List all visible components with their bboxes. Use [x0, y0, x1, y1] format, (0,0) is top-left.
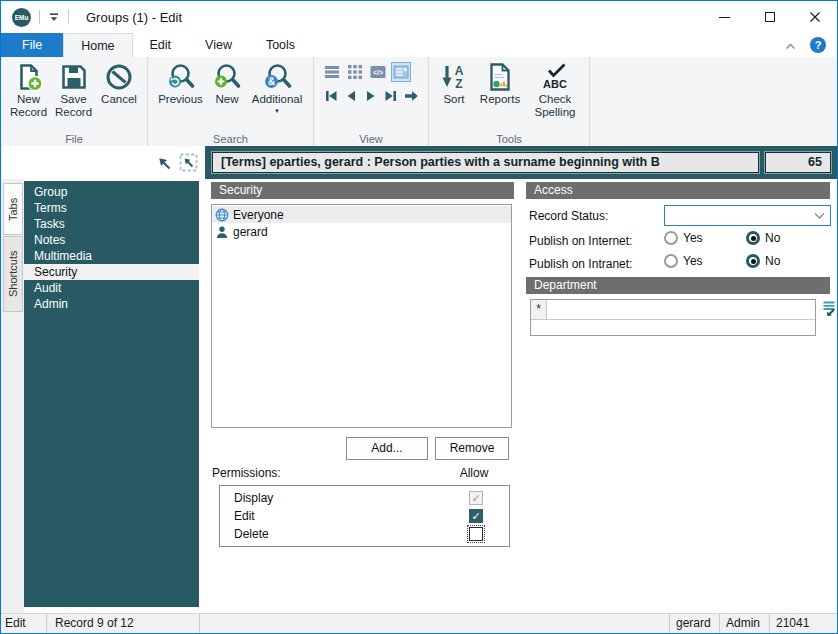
tab-edit[interactable]: Edit [133, 33, 189, 57]
security-user-list[interactable]: Everyone gerard [211, 204, 512, 428]
publish-internet-yes-radio[interactable]: Yes [664, 231, 703, 245]
record-status-dropdown[interactable] [664, 205, 831, 226]
permission-row-display: Display ✓ [220, 489, 509, 507]
department-grid[interactable]: * [530, 299, 816, 336]
svg-text:&: & [268, 76, 275, 87]
publish-intranet-label: Publish on Intranet: [529, 257, 632, 271]
user-name: gerard [233, 225, 268, 239]
security-tab-content: Security Everyone gerard [199, 179, 837, 613]
pointer-icon[interactable] [156, 155, 172, 171]
help-icon[interactable]: ? [810, 37, 826, 53]
svg-text:</>: </> [373, 69, 383, 76]
ribbon-group-label: View [314, 133, 428, 145]
status-record-position: Record 9 of 12 [47, 614, 200, 633]
sort-icon: A Z [439, 62, 469, 92]
person-icon [215, 225, 229, 239]
collapse-ribbon-icon[interactable] [785, 36, 796, 54]
previous-record-icon[interactable] [343, 88, 359, 104]
status-user: gerard [669, 614, 719, 633]
department-input-cell[interactable] [547, 300, 815, 319]
sidebar-item-terms[interactable]: Terms [24, 200, 199, 216]
cancel-button[interactable]: Cancel [96, 59, 142, 106]
side-tab-tabs[interactable]: Tabs [3, 183, 23, 235]
publish-intranet-yes-radio[interactable]: Yes [664, 254, 703, 268]
tab-tools[interactable]: Tools [249, 33, 312, 57]
check-spelling-icon: ABC [540, 62, 570, 92]
goto-record-icon[interactable] [403, 88, 419, 104]
save-record-button[interactable]: Save Record [51, 59, 96, 119]
ribbon-group-label: Tools [429, 133, 589, 145]
reports-icon [485, 62, 515, 92]
publish-intranet-no-radio[interactable]: No [746, 254, 780, 268]
edit-allow-checkbox[interactable]: ✓ [469, 509, 483, 523]
sidebar-item-tasks[interactable]: Tasks [24, 216, 199, 232]
lookup-list-icon[interactable] [821, 300, 837, 317]
check-spelling-button[interactable]: ABC Check Spelling [526, 59, 584, 119]
list-item[interactable]: Everyone [212, 206, 511, 223]
radio-selected-icon [746, 231, 760, 245]
title-bar: EMu Groups (1) - Edit [1, 1, 837, 33]
user-name: Everyone [233, 208, 284, 222]
globe-icon [215, 208, 229, 222]
add-button[interactable]: Add... [346, 437, 428, 460]
record-count: 65 [765, 152, 831, 173]
access-panel-header: Access [526, 182, 830, 199]
record-bar: [Terms] eparties, gerard : Person partie… [1, 146, 837, 179]
svg-text:ABC: ABC [543, 78, 567, 90]
svg-text:Z: Z [455, 77, 462, 91]
titlebar-separator [39, 10, 40, 24]
search-additional-button[interactable]: & Additional ▼ [246, 59, 308, 115]
status-record-number: 21041 [769, 614, 837, 633]
radio-unselected-icon [664, 254, 678, 268]
sidebar-item-security[interactable]: Security [24, 264, 199, 280]
new-record-button[interactable]: New Record [6, 59, 51, 119]
sidebar-item-multimedia[interactable]: Multimedia [24, 248, 199, 264]
record-description: [Terms] eparties, gerard : Person partie… [212, 152, 759, 173]
svg-text:A: A [455, 64, 464, 78]
minimize-button[interactable] [702, 1, 747, 33]
list-view-icon[interactable] [323, 63, 341, 81]
permission-row-edit: Edit ✓ [220, 507, 509, 525]
maximize-icon [765, 12, 775, 22]
search-new-button[interactable]: New [208, 59, 246, 106]
grid-view-icon[interactable] [346, 63, 364, 81]
delete-allow-checkbox[interactable] [469, 527, 483, 541]
publish-internet-no-radio[interactable]: No [746, 231, 780, 245]
tab-view[interactable]: View [188, 33, 249, 57]
first-record-icon[interactable] [323, 88, 339, 104]
tab-home[interactable]: Home [63, 33, 132, 57]
maximize-button[interactable] [747, 1, 792, 33]
sidebar-item-admin[interactable]: Admin [24, 296, 199, 312]
side-tab-shortcuts[interactable]: Shortcuts [3, 236, 23, 312]
tab-file[interactable]: File [1, 33, 63, 57]
permission-row-delete: Delete [220, 525, 509, 543]
details-view-icon[interactable] [392, 63, 410, 81]
next-record-icon[interactable] [363, 88, 379, 104]
remove-button[interactable]: Remove [435, 437, 509, 460]
quick-access-dropdown-icon[interactable] [48, 8, 60, 26]
minimize-icon [719, 17, 730, 18]
dropdown-caret-icon: ▼ [274, 108, 280, 115]
sort-button[interactable]: A Z Sort [434, 59, 474, 106]
main-area: Tabs Shortcuts Group Terms Tasks Notes M… [1, 179, 837, 613]
last-record-icon[interactable] [383, 88, 399, 104]
code-view-icon[interactable]: </> [369, 63, 387, 81]
display-allow-checkbox[interactable]: ✓ [469, 491, 483, 505]
sidebar-item-audit[interactable]: Audit [24, 280, 199, 296]
sidebar-item-notes[interactable]: Notes [24, 232, 199, 248]
tab-list-sidebar: Group Terms Tasks Notes Multimedia Secur… [24, 181, 199, 607]
reports-button[interactable]: Reports [474, 59, 526, 106]
sidebar-item-group[interactable]: Group [24, 184, 199, 200]
select-mode-icon[interactable] [179, 153, 198, 172]
list-item[interactable]: gerard [212, 223, 511, 240]
search-previous-button[interactable]: Previous [153, 59, 208, 106]
ribbon-group-search: Previous New & Additional [147, 57, 313, 146]
search-previous-icon [166, 62, 196, 92]
ribbon-group-tools: A Z Sort Reports ABC [428, 57, 589, 146]
new-record-icon [14, 62, 44, 92]
ribbon-empty-space [589, 57, 837, 146]
close-button[interactable] [792, 1, 837, 33]
new-row-marker: * [531, 300, 547, 319]
search-new-icon [212, 62, 242, 92]
ribbon-tab-bar: File Home Edit View Tools ? [1, 33, 837, 57]
